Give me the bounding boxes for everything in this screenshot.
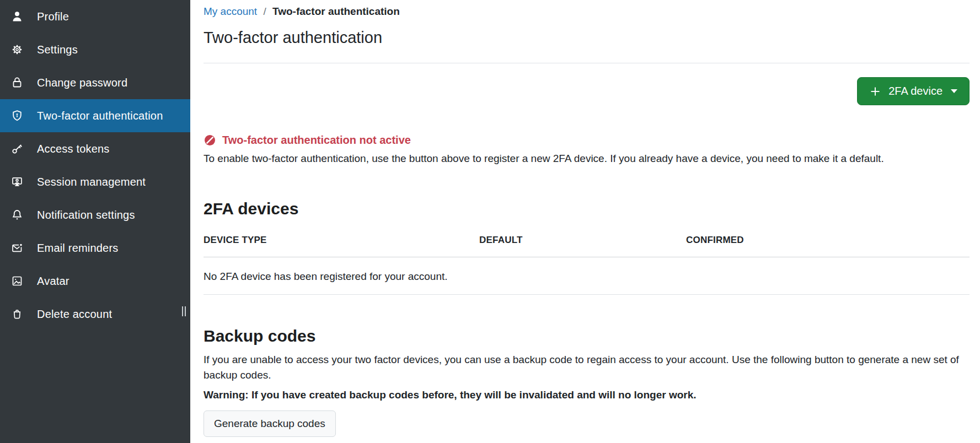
chevron-down-icon <box>951 89 957 93</box>
sidebar-item-change-password[interactable]: Change password <box>0 66 190 99</box>
devices-table: Device type Default Confirmed No 2FA dev… <box>204 218 970 295</box>
devices-table-empty-row: No 2FA device has been registered for yo… <box>204 257 970 295</box>
add-2fa-device-label: 2FA device <box>888 85 942 98</box>
two-factor-status-alert: Two-factor authentication not active To … <box>204 134 970 166</box>
breadcrumb-link-my-account[interactable]: My account <box>204 6 257 17</box>
sidebar-item-access-tokens[interactable]: Access tokens <box>0 132 190 165</box>
column-header-confirmed: Confirmed <box>686 218 970 257</box>
breadcrumb: My account / Two-factor authentication <box>204 6 970 18</box>
sidebar-item-avatar[interactable]: Avatar <box>0 264 190 298</box>
shield-icon <box>10 109 24 122</box>
backup-codes-heading: Backup codes <box>204 327 970 345</box>
sidebar-item-label: Session management <box>37 176 146 188</box>
empty-devices-message: No 2FA device has been registered for yo… <box>204 257 970 295</box>
image-icon <box>10 274 24 288</box>
alert-title: Two-factor authentication not active <box>222 134 411 147</box>
sidebar-item-delete-account[interactable]: Delete account <box>0 298 190 331</box>
breadcrumb-separator: / <box>263 6 266 17</box>
sidebar-item-label: Avatar <box>37 275 69 288</box>
plus-icon <box>869 85 881 98</box>
trash-icon <box>10 307 24 321</box>
generate-backup-codes-button[interactable]: Generate backup codes <box>204 410 336 437</box>
sidebar-item-notification-settings[interactable]: Notification settings <box>0 198 190 231</box>
sidebar-item-email-reminders[interactable]: Email reminders <box>0 231 190 264</box>
sidebar-item-label: Profile <box>37 10 69 23</box>
sidebar-item-label: Two-factor authentication <box>37 110 163 122</box>
add-2fa-device-button[interactable]: 2FA device <box>857 77 970 105</box>
main-content: My account / Two-factor authentication T… <box>190 0 980 443</box>
page-title: Two-factor authentication <box>204 29 970 47</box>
ban-icon <box>204 134 216 147</box>
bell-icon <box>10 208 24 222</box>
column-header-device-type: Device type <box>204 218 479 257</box>
title-divider <box>204 63 970 63</box>
backup-codes-description: If you are unable to access your two fac… <box>204 352 970 383</box>
sidebar-item-profile[interactable]: Profile <box>0 0 190 33</box>
key-icon <box>10 142 24 155</box>
lock-icon <box>10 76 24 89</box>
sidebar-item-label: Delete account <box>37 308 112 321</box>
sidebar-item-label: Settings <box>37 44 78 56</box>
envelope-dot-icon <box>10 241 24 255</box>
sidebar-item-two-factor-authentication[interactable]: Two-factor authentication <box>0 99 190 132</box>
alert-description: To enable two-factor authentication, use… <box>204 151 970 166</box>
backup-codes-warning: Warning: If you have created backup code… <box>204 387 970 403</box>
account-sidebar: Profile Settings Change password <box>0 0 190 443</box>
actions-row: 2FA device <box>204 77 970 105</box>
sidebar-item-label: Notification settings <box>37 209 135 222</box>
sidebar-item-label: Email reminders <box>37 242 118 255</box>
gear-icon <box>10 43 24 56</box>
breadcrumb-current: Two-factor authentication <box>272 6 400 17</box>
devices-table-header-row: Device type Default Confirmed <box>204 218 970 257</box>
sidebar-item-label: Access tokens <box>37 143 110 155</box>
user-icon <box>10 10 24 23</box>
sidebar-item-label: Change password <box>37 77 127 89</box>
monitor-user-icon <box>10 175 24 188</box>
sidebar-resize-handle[interactable] <box>182 306 186 316</box>
column-header-default: Default <box>479 218 686 257</box>
sidebar-item-settings[interactable]: Settings <box>0 33 190 66</box>
devices-section-heading: 2FA devices <box>204 199 970 218</box>
sidebar-item-session-management[interactable]: Session management <box>0 165 190 198</box>
